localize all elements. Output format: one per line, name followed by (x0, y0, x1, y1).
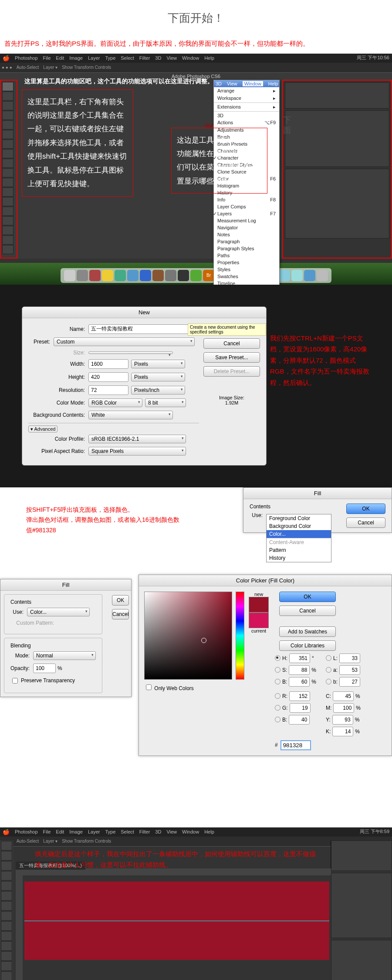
tool-lasso[interactable] (2, 101, 14, 110)
s-radio[interactable] (275, 667, 280, 673)
cancel-button[interactable]: Cancel (203, 338, 260, 349)
saturation-value-box[interactable] (144, 592, 232, 680)
depth-select[interactable]: 8 bit (145, 398, 186, 407)
picker-ok[interactable]: OK (279, 592, 336, 602)
opt-color[interactable]: Color... (267, 530, 331, 538)
tool-blur[interactable] (2, 197, 14, 206)
wm-properties[interactable]: Properties (214, 259, 279, 266)
lb-input[interactable] (339, 677, 360, 687)
a-radio[interactable] (326, 667, 331, 673)
wm-arrange[interactable]: Arrange▸ (214, 87, 279, 95)
dock-icon[interactable] (152, 270, 164, 281)
add-swatch-button[interactable]: Add to Swatches (279, 626, 336, 637)
dock-icon[interactable] (165, 270, 176, 281)
wm-paths[interactable]: Paths (214, 252, 279, 259)
wm-notes[interactable]: Notes (214, 231, 279, 238)
only-web-check[interactable] (146, 684, 152, 690)
menu-3d[interactable]: 3D (155, 55, 161, 61)
wmh-view[interactable]: View (227, 81, 237, 86)
wm-layer-comps[interactable]: Layer Comps (214, 203, 279, 210)
mode-select-2[interactable]: Normal (33, 651, 96, 660)
menu-view[interactable]: View (166, 55, 177, 61)
menu-edit[interactable]: Edit (56, 55, 64, 61)
save-preset-button[interactable]: Save Preset... (203, 352, 260, 363)
profile-select[interactable]: sRGB IEC61966-2.1 (88, 435, 186, 443)
panel-character[interactable] (285, 110, 389, 167)
dock-icon[interactable] (89, 270, 101, 281)
tool-heal[interactable] (2, 140, 14, 149)
picker-cancel[interactable]: Cancel (279, 606, 336, 616)
l-input[interactable] (339, 653, 360, 663)
dock-icon[interactable] (190, 270, 202, 281)
dock-icon[interactable] (140, 270, 151, 281)
menu-photoshop[interactable]: Photoshop (15, 829, 38, 834)
r-radio[interactable] (275, 693, 280, 699)
tool-path[interactable] (2, 235, 14, 245)
dock-icon[interactable] (291, 270, 303, 281)
dock-icon[interactable] (127, 270, 139, 281)
dock-finder-icon[interactable] (64, 270, 75, 281)
tool-wand[interactable] (2, 111, 14, 120)
wm-workspace[interactable]: Workspace▸ (214, 95, 279, 102)
tool-marquee[interactable] (2, 92, 14, 101)
hex-input[interactable] (280, 740, 311, 750)
preserve-check[interactable] (12, 678, 18, 684)
tool-dodge[interactable] (2, 207, 14, 216)
bl-radio[interactable] (275, 717, 280, 722)
fill2-ok[interactable]: OK (112, 595, 129, 606)
b-radio[interactable] (275, 679, 280, 684)
dock-icon[interactable] (115, 270, 126, 281)
menu-window[interactable]: Window (182, 55, 199, 61)
opt-bg[interactable]: Background Color (267, 522, 331, 530)
name-input[interactable] (88, 324, 189, 334)
preset-select[interactable]: Custom (54, 337, 195, 346)
height-unit[interactable]: Pixels (131, 373, 185, 381)
l-radio[interactable] (326, 655, 331, 661)
width-input[interactable] (88, 359, 128, 369)
m-input[interactable] (333, 703, 354, 713)
color-libs-button[interactable]: Color Libraries (279, 640, 336, 651)
dock-icon[interactable] (77, 270, 88, 281)
r-input[interactable] (289, 691, 310, 701)
dock-br-icon[interactable]: Br (203, 270, 214, 281)
menu-help[interactable]: Help (204, 55, 214, 61)
use-select[interactable]: Color... (27, 608, 90, 616)
y-input[interactable] (332, 715, 353, 725)
menu-type[interactable]: Type (105, 55, 115, 61)
fill2-cancel[interactable]: Cancel (112, 609, 129, 619)
g-input[interactable] (290, 703, 311, 713)
tool-crop[interactable] (2, 120, 14, 129)
sv-cursor[interactable] (201, 638, 206, 643)
wmh-help[interactable]: Help (268, 81, 278, 86)
tool-gradient[interactable] (2, 187, 14, 197)
panel-color[interactable] (285, 82, 389, 109)
wm-paragraph[interactable]: Paragraph (214, 238, 279, 245)
dock-icon[interactable] (279, 270, 290, 281)
h-input[interactable] (289, 653, 310, 663)
b-input[interactable] (289, 677, 310, 687)
guide-line[interactable] (24, 921, 329, 921)
fill1-ok[interactable]: OK (346, 504, 385, 514)
width-unit[interactable]: Pixels (131, 360, 185, 368)
menu-select[interactable]: Select (121, 55, 134, 61)
tool-eyedropper[interactable] (2, 130, 14, 139)
menu-image[interactable]: Image (69, 55, 83, 61)
wm-layers[interactable]: LayersF7 (214, 210, 279, 217)
menu-file[interactable]: File (43, 55, 51, 61)
wm-navigator[interactable]: Navigator (214, 224, 279, 231)
ruler-vertical[interactable] (16, 875, 23, 980)
wm-info[interactable]: InfoF8 (214, 196, 279, 203)
dock-trash-icon[interactable] (317, 270, 328, 281)
wm-3d[interactable]: 3D (214, 112, 279, 119)
panel-layers[interactable] (285, 169, 389, 238)
res-unit[interactable]: Pixels/Inch (131, 386, 185, 395)
opacity-input[interactable] (33, 664, 56, 673)
tool-move[interactable] (2, 82, 14, 91)
g-radio[interactable] (275, 705, 280, 711)
a-input[interactable] (339, 665, 360, 675)
tool-brush[interactable] (2, 149, 14, 158)
wm-measurement[interactable]: Measurement Log (214, 217, 279, 224)
par-select[interactable]: Square Pixels (88, 447, 186, 456)
menu-layer[interactable]: Layer (88, 55, 100, 61)
poster-canvas[interactable] (24, 881, 329, 960)
